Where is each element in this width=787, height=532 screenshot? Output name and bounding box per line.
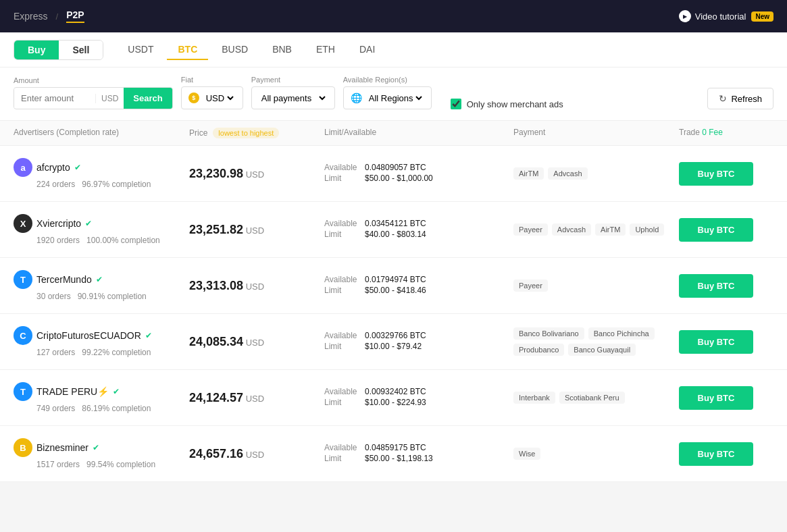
table-row: X Xviercripto ✔ 1920 orders 100.00% comp…	[0, 202, 787, 258]
available-label: Available	[324, 443, 359, 452]
p2p-link[interactable]: P2P	[66, 9, 84, 23]
advertiser: C CriptoFuturosECUADOR ✔ 127 orders 99.2…	[14, 326, 189, 357]
table-row: a afcrypto ✔ 224 orders 96.97% completio…	[0, 146, 787, 202]
currency-tab-busd[interactable]: BUSD	[211, 40, 259, 60]
available-label: Available	[324, 387, 359, 396]
advertiser-top: C CriptoFuturosECUADOR ✔	[14, 326, 189, 345]
limit-value: $50.00 - $1,000.00	[365, 174, 433, 183]
merchant-checkbox[interactable]	[451, 99, 461, 109]
refresh-label: Refresh	[731, 94, 762, 104]
region-select[interactable]: All Regions Americas	[366, 87, 424, 109]
payment-select[interactable]: All payments Bank Transfer	[259, 87, 328, 109]
advertiser-top: X Xviercripto ✔	[14, 214, 189, 233]
payment-tag: Banco Pichincha	[588, 327, 655, 340]
refresh-button[interactable]: ↻ Refresh	[707, 88, 773, 109]
currency-tabs: USDTBTCBUSDBNBETHDAI	[117, 40, 386, 60]
currency-tab-bnb[interactable]: BNB	[261, 40, 303, 60]
buy-sell-toggle: Buy Sell	[14, 40, 103, 60]
limit-value: $10.00 - $79.42	[365, 342, 422, 351]
express-link[interactable]: Express	[14, 11, 48, 22]
limit-value: $50.00 - $1,198.13	[365, 454, 433, 463]
payment-tag: Scotiabank Peru	[559, 392, 625, 404]
buy-btc-button[interactable]: Buy BTC	[679, 442, 753, 466]
available-value: 0.04809057 BTC	[365, 163, 426, 172]
limit-value: $50.00 - $418.46	[365, 286, 426, 295]
col-trade-label: Trade	[679, 128, 700, 137]
amount-filter-group: Amount USD Search	[14, 76, 173, 109]
currency-tab-eth[interactable]: ETH	[305, 40, 346, 60]
payment-tags: Banco BolivarianoBanco PichinchaProduban…	[513, 327, 679, 356]
available-label: Available	[324, 331, 359, 340]
amount-input[interactable]	[14, 88, 95, 108]
advertiser-top: T TRADE PERU⚡ ✔	[14, 382, 189, 401]
available-value: 0.01794974 BTC	[365, 275, 426, 284]
video-tutorial[interactable]: Video tutorial	[679, 10, 746, 22]
buy-btc-button[interactable]: Buy BTC	[679, 162, 753, 186]
advertiser-name: TercerMundo	[36, 274, 92, 285]
limit-col: Available 0.04809057 BTC Limit $50.00 - …	[324, 163, 513, 184]
advertiser-top: a afcrypto ✔	[14, 158, 189, 177]
verified-icon: ✔	[93, 443, 99, 452]
advertiser-name: TRADE PERU⚡	[36, 386, 109, 397]
order-info: 127 orders 99.22% completion	[14, 348, 189, 357]
currency-tab-btc[interactable]: BTC	[167, 40, 208, 60]
available-value: 0.00329766 BTC	[365, 331, 426, 340]
buy-btc-button[interactable]: Buy BTC	[679, 218, 753, 242]
order-info: 749 orders 86.19% completion	[14, 404, 189, 413]
payment-tags: AirTMAdvcash	[513, 167, 679, 180]
verified-icon: ✔	[113, 387, 120, 396]
verified-icon: ✔	[145, 331, 152, 340]
advertiser-name: Biznesminer	[36, 442, 88, 453]
available-value: 0.03454121 BTC	[365, 219, 426, 228]
payment-label: Payment	[251, 76, 335, 84]
price-col: 24,124.57 USD	[189, 391, 324, 405]
payment-tag: Payeer	[513, 223, 548, 236]
table-header: Advertisers (Completion rate) Price lowe…	[0, 121, 787, 146]
price-currency: USD	[246, 450, 264, 460]
trade-col: Buy BTC	[679, 442, 773, 466]
available-value: 0.04859175 BTC	[365, 443, 426, 452]
advertiser: B Biznesminer ✔ 1517 orders 99.54% compl…	[14, 438, 189, 469]
payment-tag: Interbank	[513, 392, 555, 404]
buy-btc-button[interactable]: Buy BTC	[679, 330, 753, 354]
video-icon	[679, 10, 691, 22]
globe-icon: 🌐	[351, 92, 362, 103]
fiat-dropdown[interactable]: $ USD EUR GBP	[181, 86, 243, 109]
col-advertiser: Advertisers (Completion rate)	[14, 128, 189, 138]
fiat-select[interactable]: USD EUR GBP	[203, 87, 236, 109]
advertiser-name: afcrypto	[36, 162, 70, 173]
payment-tags: InterbankScotiabank Peru	[513, 392, 679, 404]
advertiser: X Xviercripto ✔ 1920 orders 100.00% comp…	[14, 214, 189, 245]
advertiser-top: B Biznesminer ✔	[14, 438, 189, 457]
sell-button[interactable]: Sell	[59, 41, 103, 59]
price-col: 23,313.08 USD	[189, 279, 324, 293]
price-main: 24,085.34	[189, 335, 243, 348]
advertiser: a afcrypto ✔ 224 orders 96.97% completio…	[14, 158, 189, 189]
buy-btc-button[interactable]: Buy BTC	[679, 274, 753, 298]
limit-label: Limit	[324, 454, 359, 463]
limit-label: Limit	[324, 286, 359, 295]
payment-tag: Advcash	[548, 167, 587, 180]
price-col: 23,251.82 USD	[189, 223, 324, 237]
merchant-label: Only show merchant ads	[467, 99, 563, 109]
sort-badge[interactable]: lowest to highest	[213, 128, 279, 138]
buy-button[interactable]: Buy	[14, 41, 59, 59]
limit-col: Available 0.01794974 BTC Limit $50.00 - …	[324, 275, 513, 296]
payment-dropdown[interactable]: All payments Bank Transfer	[251, 86, 335, 109]
payment-tag: AirTM	[595, 223, 626, 236]
buy-btc-button[interactable]: Buy BTC	[679, 386, 753, 410]
price-col: 24,657.16 USD	[189, 447, 324, 461]
fee-badge: 0 Fee	[702, 128, 723, 137]
trade-col: Buy BTC	[679, 218, 773, 242]
amount-input-wrap: USD Search	[14, 87, 173, 109]
trade-col: Buy BTC	[679, 330, 773, 354]
currency-tab-dai[interactable]: DAI	[349, 40, 386, 60]
advertiser-name: CriptoFuturosECUADOR	[36, 330, 141, 341]
search-button[interactable]: Search	[124, 88, 172, 109]
currency-tab-usdt[interactable]: USDT	[117, 40, 164, 60]
order-info: 30 orders 90.91% completion	[14, 292, 189, 301]
region-dropdown[interactable]: 🌐 All Regions Americas	[343, 86, 432, 109]
advertiser-top: T TercerMundo ✔	[14, 270, 189, 289]
table-row: C CriptoFuturosECUADOR ✔ 127 orders 99.2…	[0, 314, 787, 370]
order-info: 1517 orders 99.54% completion	[14, 460, 189, 469]
